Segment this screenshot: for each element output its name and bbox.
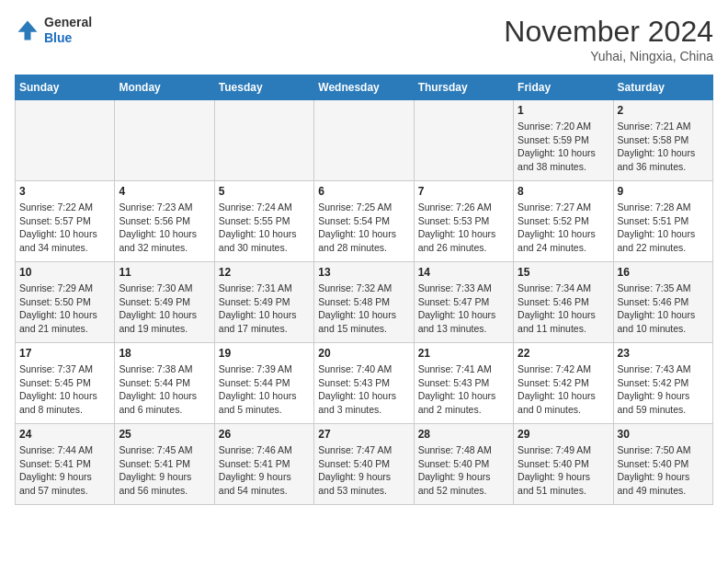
- day-info: Sunrise: 7:39 AM Sunset: 5:44 PM Dayligh…: [219, 362, 310, 417]
- calendar-cell: 22Sunrise: 7:42 AM Sunset: 5:42 PM Dayli…: [514, 343, 613, 424]
- column-header-tuesday: Tuesday: [214, 75, 313, 100]
- day-number: 12: [219, 266, 310, 279]
- day-number: 2: [618, 104, 709, 117]
- day-info: Sunrise: 7:46 AM Sunset: 5:41 PM Dayligh…: [219, 443, 310, 498]
- calendar-cell: 12Sunrise: 7:31 AM Sunset: 5:49 PM Dayli…: [214, 262, 313, 343]
- calendar-cell: 26Sunrise: 7:46 AM Sunset: 5:41 PM Dayli…: [214, 424, 313, 505]
- day-number: 8: [518, 185, 609, 198]
- day-number: 16: [618, 266, 709, 279]
- day-number: 30: [618, 428, 709, 441]
- calendar-cell: [214, 100, 313, 181]
- column-header-monday: Monday: [115, 75, 214, 100]
- svg-marker-0: [18, 20, 38, 40]
- calendar-cell: 29Sunrise: 7:49 AM Sunset: 5:40 PM Dayli…: [514, 424, 613, 505]
- day-info: Sunrise: 7:20 AM Sunset: 5:59 PM Dayligh…: [518, 120, 609, 174]
- day-number: 3: [19, 185, 110, 198]
- calendar-header: SundayMondayTuesdayWednesdayThursdayFrid…: [16, 75, 713, 100]
- day-number: 4: [119, 185, 210, 198]
- day-info: Sunrise: 7:25 AM Sunset: 5:54 PM Dayligh…: [318, 201, 409, 255]
- day-info: Sunrise: 7:41 AM Sunset: 5:43 PM Dayligh…: [418, 362, 509, 417]
- page-header: General Blue November 2024 Yuhai, Ningxi…: [15, 15, 713, 63]
- day-number: 6: [318, 185, 409, 198]
- calendar-cell: 23Sunrise: 7:43 AM Sunset: 5:42 PM Dayli…: [613, 343, 712, 424]
- column-header-thursday: Thursday: [414, 75, 513, 100]
- day-info: Sunrise: 7:26 AM Sunset: 5:53 PM Dayligh…: [418, 201, 509, 255]
- calendar-cell: 7Sunrise: 7:26 AM Sunset: 5:53 PM Daylig…: [414, 181, 513, 262]
- calendar-cell: 10Sunrise: 7:29 AM Sunset: 5:50 PM Dayli…: [16, 262, 115, 343]
- calendar-cell: [414, 100, 513, 181]
- calendar-cell: 25Sunrise: 7:45 AM Sunset: 5:41 PM Dayli…: [115, 424, 214, 505]
- calendar-cell: 11Sunrise: 7:30 AM Sunset: 5:49 PM Dayli…: [115, 262, 214, 343]
- calendar-cell: 9Sunrise: 7:28 AM Sunset: 5:51 PM Daylig…: [613, 181, 712, 262]
- calendar-cell: 17Sunrise: 7:37 AM Sunset: 5:45 PM Dayli…: [16, 343, 115, 424]
- day-number: 23: [618, 347, 709, 360]
- calendar-cell: 15Sunrise: 7:34 AM Sunset: 5:46 PM Dayli…: [514, 262, 613, 343]
- calendar-week-4: 17Sunrise: 7:37 AM Sunset: 5:45 PM Dayli…: [16, 343, 713, 424]
- logo-text: General Blue: [44, 15, 92, 46]
- calendar-week-2: 3Sunrise: 7:22 AM Sunset: 5:57 PM Daylig…: [16, 181, 713, 262]
- day-number: 7: [418, 185, 509, 198]
- day-info: Sunrise: 7:37 AM Sunset: 5:45 PM Dayligh…: [19, 362, 110, 417]
- calendar: SundayMondayTuesdayWednesdayThursdayFrid…: [15, 75, 713, 505]
- day-number: 15: [518, 266, 609, 279]
- calendar-cell: 20Sunrise: 7:40 AM Sunset: 5:43 PM Dayli…: [314, 343, 414, 424]
- day-number: 1: [518, 104, 609, 117]
- calendar-cell: 30Sunrise: 7:50 AM Sunset: 5:40 PM Dayli…: [613, 424, 712, 505]
- day-info: Sunrise: 7:35 AM Sunset: 5:46 PM Dayligh…: [618, 282, 709, 336]
- day-info: Sunrise: 7:44 AM Sunset: 5:41 PM Dayligh…: [19, 443, 110, 498]
- day-number: 29: [518, 428, 609, 441]
- day-number: 18: [119, 347, 210, 360]
- calendar-cell: 6Sunrise: 7:25 AM Sunset: 5:54 PM Daylig…: [314, 181, 414, 262]
- day-info: Sunrise: 7:42 AM Sunset: 5:42 PM Dayligh…: [518, 362, 609, 417]
- day-info: Sunrise: 7:47 AM Sunset: 5:40 PM Dayligh…: [318, 443, 409, 498]
- day-info: Sunrise: 7:24 AM Sunset: 5:55 PM Dayligh…: [219, 201, 310, 255]
- day-info: Sunrise: 7:34 AM Sunset: 5:46 PM Dayligh…: [518, 282, 609, 336]
- calendar-cell: 18Sunrise: 7:38 AM Sunset: 5:44 PM Dayli…: [115, 343, 214, 424]
- calendar-cell: 2Sunrise: 7:21 AM Sunset: 5:58 PM Daylig…: [613, 100, 712, 181]
- day-number: 21: [418, 347, 509, 360]
- day-number: 28: [418, 428, 509, 441]
- day-number: 22: [518, 347, 609, 360]
- day-info: Sunrise: 7:48 AM Sunset: 5:40 PM Dayligh…: [418, 443, 509, 498]
- column-header-saturday: Saturday: [613, 75, 712, 100]
- calendar-cell: 16Sunrise: 7:35 AM Sunset: 5:46 PM Dayli…: [613, 262, 712, 343]
- day-info: Sunrise: 7:28 AM Sunset: 5:51 PM Dayligh…: [618, 201, 709, 255]
- day-info: Sunrise: 7:33 AM Sunset: 5:47 PM Dayligh…: [418, 282, 509, 336]
- calendar-body: 1Sunrise: 7:20 AM Sunset: 5:59 PM Daylig…: [16, 100, 713, 505]
- day-number: 27: [318, 428, 409, 441]
- calendar-cell: 3Sunrise: 7:22 AM Sunset: 5:57 PM Daylig…: [16, 181, 115, 262]
- calendar-cell: [115, 100, 214, 181]
- calendar-cell: 14Sunrise: 7:33 AM Sunset: 5:47 PM Dayli…: [414, 262, 513, 343]
- calendar-cell: 24Sunrise: 7:44 AM Sunset: 5:41 PM Dayli…: [16, 424, 115, 505]
- calendar-cell: 5Sunrise: 7:24 AM Sunset: 5:55 PM Daylig…: [214, 181, 313, 262]
- day-info: Sunrise: 7:27 AM Sunset: 5:52 PM Dayligh…: [518, 201, 609, 255]
- day-number: 17: [19, 347, 110, 360]
- logo: General Blue: [15, 15, 92, 46]
- calendar-cell: 4Sunrise: 7:23 AM Sunset: 5:56 PM Daylig…: [115, 181, 214, 262]
- calendar-cell: [314, 100, 414, 181]
- day-info: Sunrise: 7:32 AM Sunset: 5:48 PM Dayligh…: [318, 282, 409, 336]
- calendar-week-3: 10Sunrise: 7:29 AM Sunset: 5:50 PM Dayli…: [16, 262, 713, 343]
- day-info: Sunrise: 7:45 AM Sunset: 5:41 PM Dayligh…: [119, 443, 210, 498]
- column-header-wednesday: Wednesday: [314, 75, 414, 100]
- day-number: 20: [318, 347, 409, 360]
- day-info: Sunrise: 7:23 AM Sunset: 5:56 PM Dayligh…: [119, 201, 210, 255]
- column-header-friday: Friday: [514, 75, 613, 100]
- day-info: Sunrise: 7:38 AM Sunset: 5:44 PM Dayligh…: [119, 362, 210, 417]
- day-info: Sunrise: 7:30 AM Sunset: 5:49 PM Dayligh…: [119, 282, 210, 336]
- day-number: 5: [219, 185, 310, 198]
- logo-icon: [15, 17, 40, 43]
- day-number: 26: [219, 428, 310, 441]
- day-info: Sunrise: 7:43 AM Sunset: 5:42 PM Dayligh…: [618, 362, 709, 417]
- calendar-cell: 19Sunrise: 7:39 AM Sunset: 5:44 PM Dayli…: [214, 343, 313, 424]
- location: Yuhai, Ningxia, China: [504, 49, 713, 63]
- day-info: Sunrise: 7:40 AM Sunset: 5:43 PM Dayligh…: [318, 362, 409, 417]
- day-info: Sunrise: 7:31 AM Sunset: 5:49 PM Dayligh…: [219, 282, 310, 336]
- month-title: November 2024: [504, 15, 713, 49]
- day-number: 19: [219, 347, 310, 360]
- calendar-cell: 1Sunrise: 7:20 AM Sunset: 5:59 PM Daylig…: [514, 100, 613, 181]
- day-info: Sunrise: 7:49 AM Sunset: 5:40 PM Dayligh…: [518, 443, 609, 498]
- calendar-header-row: SundayMondayTuesdayWednesdayThursdayFrid…: [16, 75, 713, 100]
- calendar-cell: 21Sunrise: 7:41 AM Sunset: 5:43 PM Dayli…: [414, 343, 513, 424]
- day-info: Sunrise: 7:50 AM Sunset: 5:40 PM Dayligh…: [618, 443, 709, 498]
